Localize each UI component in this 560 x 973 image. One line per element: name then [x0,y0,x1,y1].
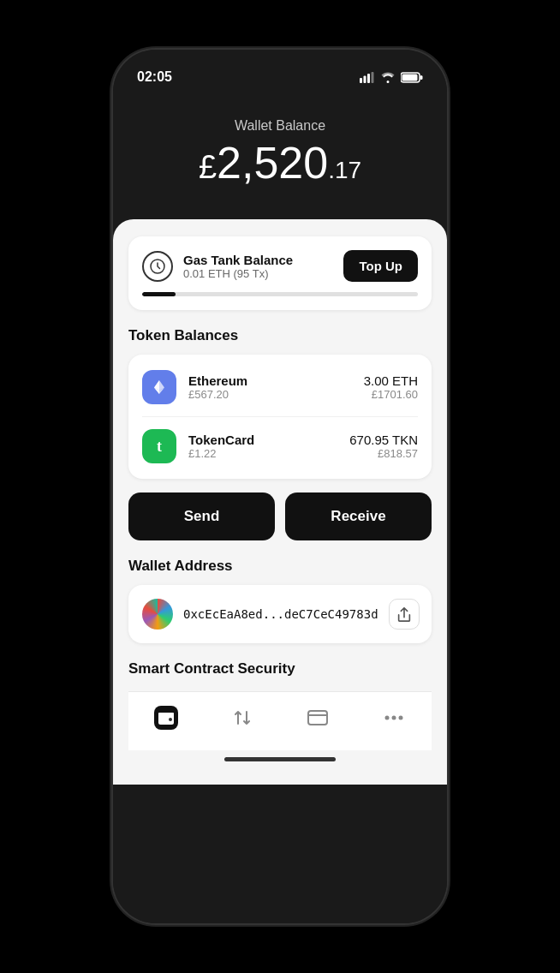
balance-cents: .17 [328,157,361,183]
card-nav-icon [306,706,330,730]
status-time: 02:05 [137,69,172,85]
tokencard-fiat: £1.22 [188,447,349,460]
gas-tank-icon [142,251,173,282]
receive-button[interactable]: Receive [285,492,432,540]
status-bar: 02:05 [113,50,447,93]
bottom-nav [128,691,432,750]
card-container: Gas Tank Balance 0.01 ETH (95 Tx) Top Up… [113,219,447,785]
signal-icon [360,72,375,83]
tokencard-value: £818.57 [349,447,418,460]
address-card: 0xcEcEaA8ed...deC7CeC49783d [128,585,432,643]
tokencard-amounts: 670.95 TKN £818.57 [349,433,418,460]
home-indicator [224,757,336,761]
battery-icon [401,72,423,83]
balance-main: 2,520 [217,138,328,188]
wifi-icon [380,71,396,83]
gas-tank-left: Gas Tank Balance 0.01 ETH (95 Tx) [142,251,293,282]
token-balances-title: Token Balances [128,327,432,344]
tokencard-icon: t [142,429,176,463]
smart-contract-title: Smart Contract Security [128,660,432,678]
wallet-address-text: 0xcEcEaA8ed...deC7CeC49783d [183,607,378,621]
top-up-button[interactable]: Top Up [343,250,418,282]
gas-progress-fill [142,292,176,296]
svg-rect-9 [158,713,174,716]
phone-frame: 02:05 [0,0,560,973]
nav-item-more[interactable] [365,702,423,733]
gas-tank-subtitle: 0.01 ETH (95 Tx) [183,267,293,280]
status-icons [360,71,423,83]
phone-body: 02:05 [113,50,447,923]
svg-point-14 [391,716,396,720]
action-buttons: Send Receive [128,492,432,540]
gas-tank-title: Gas Tank Balance [183,253,293,267]
gas-progress-bar [142,292,418,296]
ethereum-fiat: £567.20 [188,388,364,401]
wallet-nav-icon [154,706,178,730]
svg-point-15 [398,716,402,720]
wallet-address-title: Wallet Address [128,558,432,575]
gas-tank-top: Gas Tank Balance 0.01 ETH (95 Tx) Top Up [142,250,418,282]
ethereum-crypto: 3.00 ETH [364,373,418,388]
tokencard-name: TokenCard [188,433,349,447]
gas-tank-card: Gas Tank Balance 0.01 ETH (95 Tx) Top Up [128,236,432,310]
token-row-eth: Ethereum £567.20 3.00 ETH £1701.60 [142,358,418,417]
svg-rect-5 [402,74,418,81]
wallet-balance: £2,520.17 [134,140,426,185]
ethereum-icon [142,370,176,404]
transactions-nav-icon [230,706,254,730]
nav-item-wallet[interactable] [137,702,195,733]
svg-rect-2 [367,74,370,83]
more-nav-icon [382,706,406,730]
nav-item-transactions[interactable] [213,702,271,733]
svg-rect-11 [308,711,327,725]
svg-rect-1 [364,75,366,83]
phone-content[interactable]: Wallet Balance £2,520.17 [113,93,447,923]
share-button[interactable] [389,599,420,630]
svg-rect-0 [360,78,362,83]
gas-tank-info: Gas Tank Balance 0.01 ETH (95 Tx) [183,253,293,280]
address-avatar [142,599,173,630]
tokencard-info: TokenCard £1.22 [188,433,349,460]
tokencard-crypto: 670.95 TKN [349,433,418,447]
header-section: Wallet Balance £2,520.17 [113,93,447,219]
send-button[interactable]: Send [128,492,275,540]
ethereum-name: Ethereum [188,373,364,388]
svg-point-10 [169,718,172,721]
wallet-label: Wallet Balance [134,118,426,134]
nav-item-card[interactable] [289,702,347,733]
ethereum-value: £1701.60 [364,388,418,401]
token-row-tkn: t TokenCard £1.22 670.95 TKN £818.57 [142,417,418,475]
svg-rect-6 [420,75,423,80]
svg-rect-3 [372,72,374,83]
svg-point-13 [384,716,389,720]
ethereum-amounts: 3.00 ETH £1701.60 [364,373,418,401]
balance-currency: £ [199,149,217,185]
token-card: Ethereum £567.20 3.00 ETH £1701.60 t Tok… [128,355,432,479]
ethereum-info: Ethereum £567.20 [188,373,364,401]
